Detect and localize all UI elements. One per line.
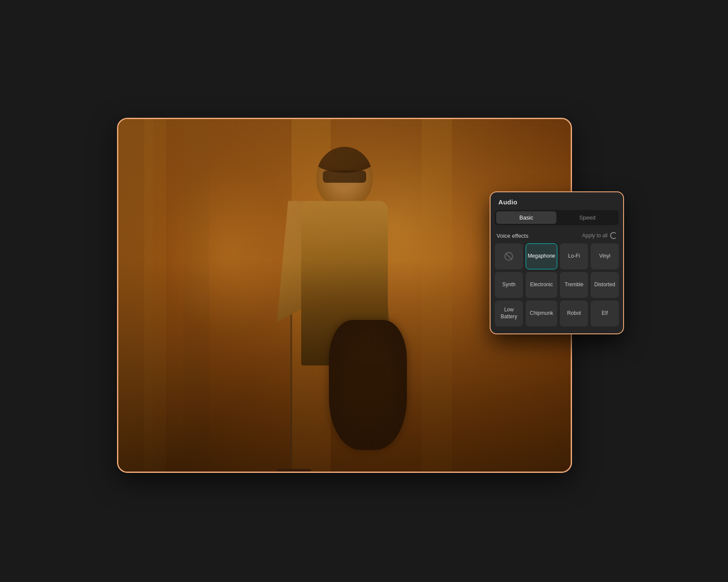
tab-speed[interactable]: Speed xyxy=(557,211,618,224)
effect-elf[interactable]: Elf xyxy=(591,301,619,327)
effect-vinyl[interactable]: Vinyl xyxy=(591,243,619,269)
voice-effects-label: Voice effects xyxy=(497,233,528,239)
effect-low-battery[interactable]: Low Battery xyxy=(495,301,523,327)
audio-panel: Audio Basic Speed Voice effects Apply to… xyxy=(490,191,624,334)
reset-icon xyxy=(610,232,617,239)
apply-to-all-label: Apply to all xyxy=(582,233,608,239)
voice-effects-header: Voice effects Apply to all xyxy=(491,230,623,243)
effect-distorted[interactable]: Distorted xyxy=(591,272,619,298)
effects-grid: Megaphone Lo-Fi Vinyl Synth Electronic T… xyxy=(491,243,623,327)
apply-to-all-button[interactable]: Apply to all xyxy=(582,232,617,239)
effect-tremble[interactable]: Tremble xyxy=(560,272,588,298)
tab-basic[interactable]: Basic xyxy=(496,211,556,224)
effect-electronic[interactable]: Electronic xyxy=(526,272,557,298)
effect-megaphone[interactable]: Megaphone xyxy=(526,243,557,269)
audio-panel-title: Audio xyxy=(491,192,623,210)
effect-none[interactable] xyxy=(495,243,523,269)
effect-robot[interactable]: Robot xyxy=(560,301,588,327)
effect-chipmunk[interactable]: Chipmunk xyxy=(526,301,557,327)
scene-container: Audio Basic Speed Voice effects Apply to… xyxy=(104,74,624,508)
effect-lofi[interactable]: Lo-Fi xyxy=(560,243,588,269)
svg-line-1 xyxy=(506,253,512,259)
audio-tabs: Basic Speed xyxy=(495,210,619,225)
effect-synth[interactable]: Synth xyxy=(495,272,523,298)
